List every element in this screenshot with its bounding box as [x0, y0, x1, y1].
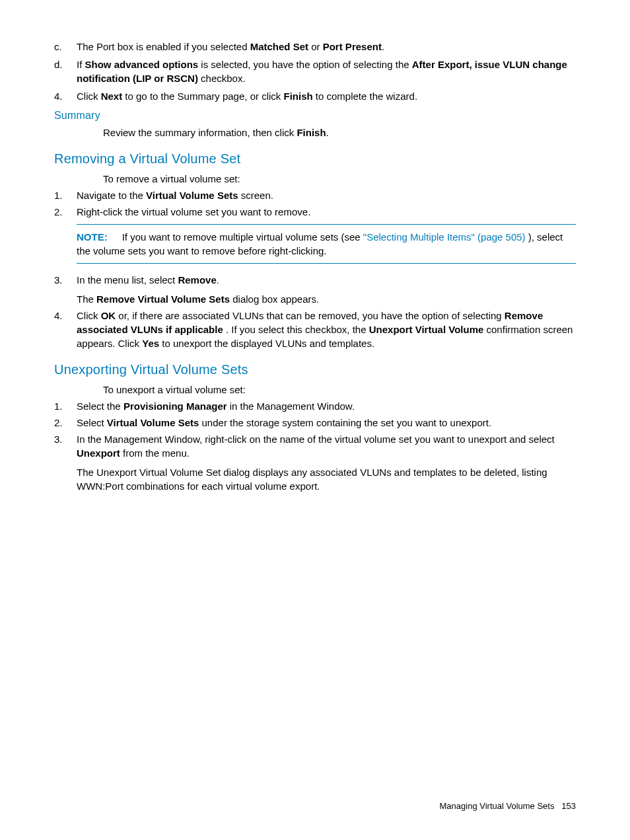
bold-text: Next — [101, 91, 123, 102]
heading-unexporting: Unexporting Virtual Volume Sets — [54, 362, 576, 377]
bold-text: Virtual Volume Sets — [146, 190, 238, 201]
list-item: 1.Select the Provisioning Manager in the… — [54, 399, 576, 413]
bold-text: Unexport Virtual Volume — [369, 324, 484, 335]
list-content: Click Next to go to the Summary page, or… — [77, 89, 576, 103]
list-marker: 2. — [54, 416, 77, 430]
note-box: NOTE:If you want to remove multiple virt… — [77, 224, 576, 264]
list-item: d.If Show advanced options is selected, … — [54, 57, 576, 85]
footer-section: Managing Virtual Volume Sets — [440, 801, 555, 811]
summary-text: Review the summary information, then cli… — [103, 126, 576, 139]
list-item: 2.Right-click the virtual volume set you… — [54, 205, 576, 270]
bold-text: Provisioning Manager — [123, 401, 227, 412]
page-content: c.The Port box is enabled if you selecte… — [0, 0, 630, 493]
removing-intro: To remove a virtual volume set: — [103, 172, 576, 186]
list-content: Select the Provisioning Manager in the M… — [77, 399, 576, 413]
list-content: In the menu list, select Remove.The Remo… — [77, 273, 576, 306]
unexporting-list: 1.Select the Provisioning Manager in the… — [54, 399, 576, 493]
list-marker: 4. — [54, 89, 77, 103]
list-marker: 2. — [54, 205, 77, 270]
footer-page-number: 153 — [561, 801, 576, 811]
list-content: Navigate to the Virtual Volume Sets scre… — [77, 188, 576, 202]
bold-text: OK — [101, 310, 116, 321]
list-content: Select Virtual Volume Sets under the sto… — [77, 416, 576, 430]
cross-reference-link[interactable]: "Selecting Multiple Items" (page 505) — [363, 231, 526, 243]
list-item: 3.In the Management Window, right-click … — [54, 432, 576, 493]
list-marker: 4. — [54, 309, 77, 350]
page-footer: Managing Virtual Volume Sets 153 — [440, 801, 576, 811]
list-marker: 1. — [54, 188, 77, 202]
sub-list-alpha: c.The Port box is enabled if you selecte… — [54, 40, 576, 85]
list-content: The Port box is enabled if you selected … — [77, 40, 576, 54]
heading-summary: Summary — [54, 110, 576, 122]
bold-text: Finish — [297, 127, 326, 138]
list-item: 2.Select Virtual Volume Sets under the s… — [54, 416, 576, 430]
bold-text: Unexport — [77, 447, 120, 459]
list-item: 3.In the menu list, select Remove.The Re… — [54, 273, 576, 306]
heading-removing: Removing a Virtual Volume Set — [54, 151, 576, 167]
list-item: 1.Navigate to the Virtual Volume Sets sc… — [54, 188, 576, 202]
bold-text: Finish — [283, 91, 312, 102]
bold-text: Port Present — [323, 41, 382, 52]
list-marker: 1. — [54, 399, 77, 413]
bold-text: Virtual Volume Sets — [107, 417, 199, 428]
bold-text: Remove Virtual Volume Sets — [96, 293, 230, 305]
list-content: If Show advanced options is selected, yo… — [77, 57, 576, 85]
list-content: Right-click the virtual volume set you w… — [77, 205, 576, 270]
unexporting-intro: To unexport a virtual volume set: — [103, 383, 576, 397]
bold-text: Remove — [178, 274, 216, 286]
list-content: Click OK or, if there are associated VLU… — [77, 309, 576, 350]
list-content: In the Management Window, right-click on… — [77, 432, 576, 493]
list-marker: c. — [54, 40, 77, 54]
bold-text: Yes — [142, 338, 159, 349]
num-list-top: 4. Click Next to go to the Summary page,… — [54, 89, 576, 103]
list-marker: d. — [54, 57, 77, 85]
list-item: 4. Click Next to go to the Summary page,… — [54, 89, 576, 103]
bold-text: Matched Set — [250, 41, 308, 52]
list-item: c.The Port box is enabled if you selecte… — [54, 40, 576, 54]
list-item: 4.Click OK or, if there are associated V… — [54, 309, 576, 350]
list-marker: 3. — [54, 273, 77, 306]
list-marker: 3. — [54, 432, 77, 493]
removing-list: 1.Navigate to the Virtual Volume Sets sc… — [54, 188, 576, 350]
note-label: NOTE: — [77, 231, 122, 243]
bold-text: Show advanced options — [85, 59, 199, 70]
